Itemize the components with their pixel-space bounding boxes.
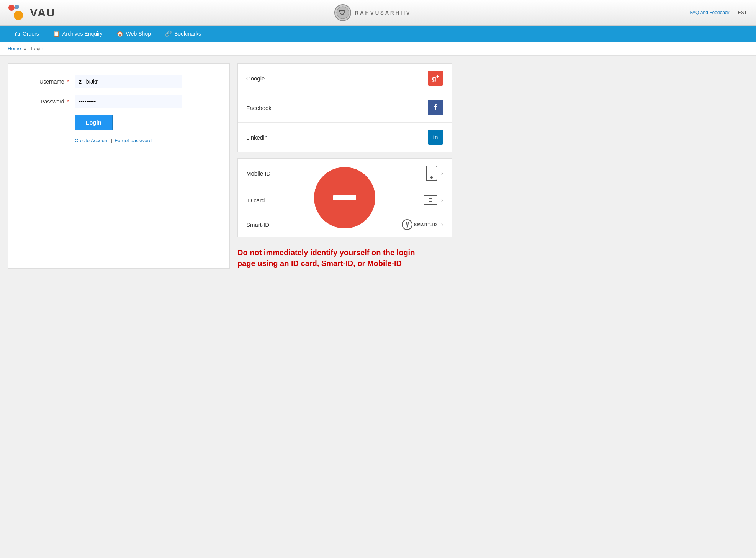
nav-archives[interactable]: 📋 Archives Enquiry	[46, 26, 110, 42]
nav-webshop-label: Web Shop	[126, 31, 151, 37]
nav-orders[interactable]: 🗂 Orders	[8, 26, 46, 42]
username-input[interactable]	[75, 75, 182, 88]
right-panel: Google g+ Facebook f Linkedin in Mobile …	[237, 63, 452, 269]
idcard-inner	[429, 198, 432, 202]
orders-icon: 🗂	[15, 31, 20, 37]
password-row: Password *	[23, 95, 214, 108]
linkedin-icon: in	[428, 130, 443, 145]
smart-id-chevron: ›	[441, 221, 443, 228]
logo-vau-text: VAU	[30, 6, 56, 19]
smartid-text: SMART-ID	[414, 223, 437, 227]
mobile-id-label: Mobile ID	[246, 170, 270, 177]
forgot-password-link[interactable]: Forgot password	[115, 138, 152, 143]
smartid-circle-icon: ij	[402, 219, 412, 230]
login-btn-row: Login	[75, 115, 214, 130]
facebook-icon: f	[428, 100, 443, 115]
idcard-icon	[424, 195, 437, 205]
bookmarks-icon: 🔗	[165, 30, 172, 37]
linkedin-label: Linkedin	[246, 134, 268, 141]
login-box: Username * Password * Login Create Accou…	[8, 63, 230, 269]
nav-bookmarks-label: Bookmarks	[174, 31, 201, 37]
nav-orders-label: Orders	[23, 31, 39, 37]
mobile-id-chevron: ›	[441, 170, 443, 177]
id-card-chevron: ›	[441, 197, 443, 204]
smart-id-right: ij SMART-ID ›	[402, 219, 443, 230]
breadcrumb: Home » Login	[0, 42, 756, 56]
svg-text:🛡: 🛡	[339, 9, 347, 16]
password-required: *	[67, 98, 69, 105]
breadcrumb-current: Login	[31, 46, 43, 51]
webshop-icon: 🏠	[116, 30, 124, 37]
rahvusarhiiv-logo: 🛡 RAHVUSARHIIV	[334, 4, 411, 21]
header: VAU 🛡 RAHVUSARHIIV FAQ and Feedback | ES…	[0, 0, 756, 26]
mobile-icon	[426, 166, 437, 181]
smartid-logo: ij SMART-ID	[402, 219, 437, 230]
red-circle-bar	[333, 195, 356, 200]
google-label: Google	[246, 75, 265, 82]
links-separator: |	[111, 138, 112, 143]
id-login-box: Mobile ID › ID card › Smart-ID	[237, 158, 452, 237]
username-required: *	[67, 79, 69, 85]
password-label: Password *	[23, 98, 69, 105]
nav-archives-label: Archives Enquiry	[62, 31, 103, 37]
breadcrumb-home[interactable]: Home	[8, 46, 21, 51]
social-login-box: Google g+ Facebook f Linkedin in	[237, 63, 452, 152]
svg-point-2	[14, 11, 23, 20]
id-card-right: ›	[424, 195, 443, 205]
svg-point-1	[15, 5, 19, 9]
id-card-label: ID card	[246, 197, 265, 204]
nav-bookmarks[interactable]: 🔗 Bookmarks	[158, 26, 208, 42]
navbar: 🗂 Orders 📋 Archives Enquiry 🏠 Web Shop 🔗…	[0, 26, 756, 42]
linkedin-login-row[interactable]: Linkedin in	[238, 123, 452, 152]
header-right-links: FAQ and Feedback | EST	[690, 10, 748, 15]
username-row: Username *	[23, 75, 214, 88]
mobile-id-right: ›	[426, 166, 443, 181]
login-links: Create Account | Forgot password	[75, 138, 214, 143]
main-content: Username * Password * Login Create Accou…	[0, 56, 460, 276]
lang-label[interactable]: EST	[738, 10, 747, 15]
archives-icon: 📋	[53, 30, 60, 37]
warning-text: Do not immediately identify yourself on …	[237, 247, 429, 269]
logo[interactable]: VAU	[8, 4, 56, 21]
breadcrumb-separator: »	[24, 46, 26, 51]
facebook-login-row[interactable]: Facebook f	[238, 93, 452, 123]
red-circle-modal	[314, 167, 375, 228]
smart-id-label: Smart-ID	[246, 222, 269, 228]
svg-point-0	[8, 5, 15, 11]
create-account-link[interactable]: Create Account	[75, 138, 109, 143]
faq-link[interactable]: FAQ and Feedback	[690, 10, 729, 15]
google-icon: g+	[428, 71, 443, 86]
nav-webshop[interactable]: 🏠 Web Shop	[110, 26, 158, 42]
google-login-row[interactable]: Google g+	[238, 64, 452, 93]
username-label: Username *	[23, 79, 69, 85]
login-button[interactable]: Login	[75, 115, 113, 130]
rahvusarhiiv-text: RAHVUSARHIIV	[355, 10, 411, 16]
facebook-label: Facebook	[246, 105, 272, 111]
password-input[interactable]	[75, 95, 182, 108]
